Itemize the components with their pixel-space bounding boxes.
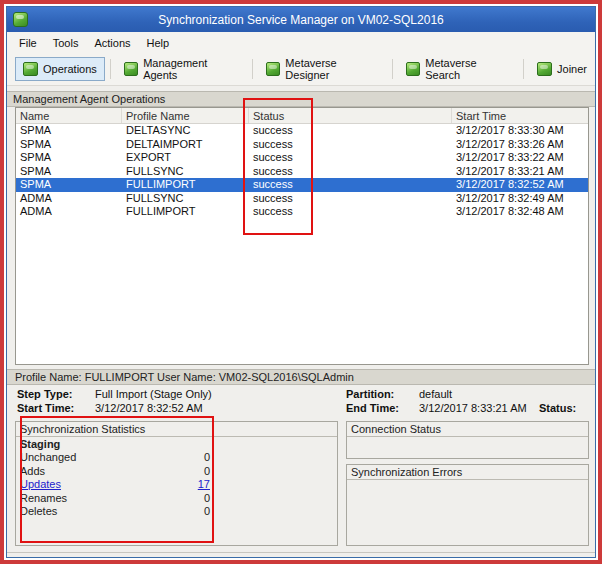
titlebar: Synchronization Service Manager on VM02-… [7, 7, 595, 32]
cell-profile: DELTASYNC [122, 124, 249, 138]
joiner-button-label: Joiner [557, 63, 587, 75]
connection-status-title: Connection Status [347, 422, 588, 437]
cell-profile: FULLIMPORT [122, 205, 249, 219]
operations-button-label: Operations [43, 63, 97, 75]
cell-profile: DELTAIMPORT [122, 138, 249, 152]
metaverse-search-button-label: Metaverse Search [425, 57, 510, 81]
menu-item-help[interactable]: Help [139, 34, 178, 52]
cell-start-time: 3/12/2017 8:32:49 AM [452, 192, 588, 206]
start-time-label: Start Time: [17, 402, 74, 414]
cell-name: SPMA [16, 138, 122, 152]
menu-item-tools[interactable]: Tools [45, 34, 87, 52]
app-icon [13, 12, 28, 27]
cell-start-time: 3/12/2017 8:32:48 AM [452, 205, 588, 219]
column-header-name[interactable]: Name [16, 108, 122, 123]
toolbar-separator [252, 59, 253, 79]
cell-name: ADMA [16, 205, 122, 219]
annotation-status-column [243, 98, 313, 235]
step-type-value: Full Import (Stage Only) [95, 388, 212, 400]
connection-status-box: Connection Status [346, 421, 589, 459]
details-info: Step Type: Full Import (Stage Only) Part… [7, 388, 595, 418]
screenshot-frame: Synchronization Service Manager on VM02-… [0, 0, 602, 564]
cell-name: SPMA [16, 178, 122, 192]
toolbar: Operations Management Agents Metaverse D… [7, 53, 595, 86]
step-type-label: Step Type: [17, 388, 72, 400]
menubar: File Tools Actions Help [7, 32, 595, 53]
cell-start-time: 3/12/2017 8:33:22 AM [452, 151, 588, 165]
metaverse-search-button[interactable]: Metaverse Search [398, 52, 518, 86]
cell-start-time: 3/12/2017 8:33:26 AM [452, 138, 588, 152]
sync-errors-title: Synchronization Errors [347, 465, 588, 480]
partition-value: default [419, 388, 452, 400]
cell-profile: FULLIMPORT [122, 178, 249, 192]
end-time-label: End Time: [346, 402, 399, 414]
partition-label: Partition: [346, 388, 394, 400]
cell-name: SPMA [16, 165, 122, 179]
sync-errors-box: Synchronization Errors [346, 464, 589, 546]
start-time-value: 3/12/2017 8:32:52 AM [95, 402, 203, 414]
end-time-value: 3/12/2017 8:33:21 AM [419, 402, 527, 414]
status-label: Status: [539, 402, 576, 414]
joiner-icon [537, 62, 552, 76]
metaverse-search-icon [406, 62, 420, 76]
cell-start-time: 3/12/2017 8:33:21 AM [452, 165, 588, 179]
cell-start-time: 3/12/2017 8:33:30 AM [452, 124, 588, 138]
cell-name: ADMA [16, 192, 122, 206]
metaverse-designer-button[interactable]: Metaverse Designer [258, 52, 387, 86]
metaverse-designer-icon [266, 62, 280, 76]
metaverse-designer-button-label: Metaverse Designer [285, 57, 379, 81]
cell-profile: EXPORT [122, 151, 249, 165]
management-agents-button-label: Management Agents [143, 57, 239, 81]
details-header: Profile Name: FULLIMPORT User Name: VM02… [7, 369, 595, 385]
operations-icon [23, 62, 38, 76]
cell-name: SPMA [16, 151, 122, 165]
joiner-button[interactable]: Joiner [529, 57, 595, 81]
bottom-divider [7, 552, 595, 553]
menu-item-actions[interactable]: Actions [86, 34, 138, 52]
cell-start-time: 3/12/2017 8:32:52 AM [452, 178, 588, 192]
toolbar-separator [392, 59, 393, 79]
toolbar-separator [523, 59, 524, 79]
cell-name: SPMA [16, 124, 122, 138]
operations-button[interactable]: Operations [15, 57, 105, 81]
cell-profile: FULLSYNC [122, 165, 249, 179]
management-agents-icon [124, 62, 138, 76]
window-title: Synchronization Service Manager on VM02-… [158, 13, 444, 27]
annotation-sync-statistics [20, 416, 214, 543]
management-agents-button[interactable]: Management Agents [116, 52, 247, 86]
column-header-profile-name[interactable]: Profile Name [122, 108, 249, 123]
menu-item-file[interactable]: File [11, 34, 45, 52]
toolbar-separator [110, 59, 111, 79]
cell-profile: FULLSYNC [122, 192, 249, 206]
column-header-start-time[interactable]: Start Time [452, 108, 588, 123]
